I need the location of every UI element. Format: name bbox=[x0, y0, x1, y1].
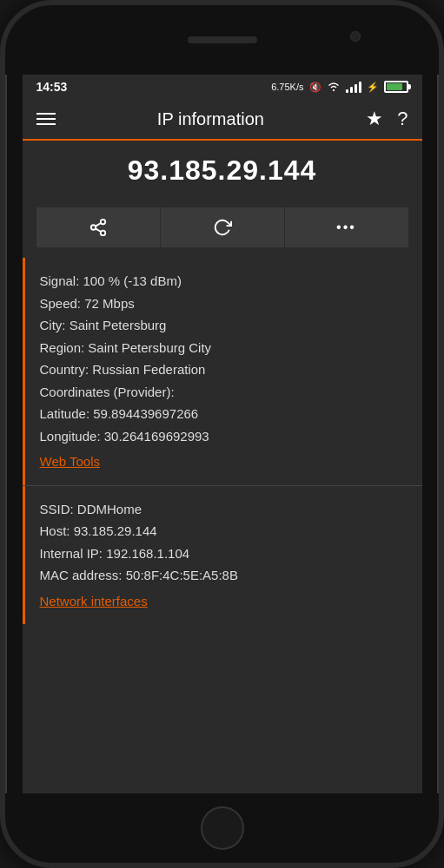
mac-info: MAC address: 50:8F:4C:5E:A5:8B bbox=[40, 564, 408, 587]
svg-line-4 bbox=[95, 223, 100, 227]
phone-device: 14:53 6.75K/s 🔇 ⚡ bbox=[0, 0, 444, 868]
app-bar: IP information ★ ? bbox=[23, 99, 422, 141]
home-button[interactable] bbox=[201, 806, 244, 850]
city-info: City: Saint Petersburg bbox=[40, 314, 408, 337]
refresh-button[interactable] bbox=[161, 207, 285, 247]
phone-screen: 14:53 6.75K/s 🔇 ⚡ bbox=[23, 75, 422, 793]
internal-ip-info: Internal IP: 192.168.1.104 bbox=[40, 542, 408, 565]
signal-bars bbox=[346, 81, 361, 93]
svg-point-2 bbox=[100, 231, 105, 236]
coordinates-label: Coordinates (Provider): bbox=[40, 381, 408, 404]
more-button[interactable]: ••• bbox=[285, 207, 408, 247]
ssid-info: SSID: DDMHome bbox=[40, 498, 408, 521]
battery-icon bbox=[384, 81, 408, 93]
share-button[interactable] bbox=[36, 207, 161, 247]
status-icons: 6.75K/s 🔇 ⚡ bbox=[271, 81, 408, 93]
battery-fill bbox=[387, 83, 403, 90]
app-title: IP information bbox=[157, 109, 264, 129]
host-info: Host: 93.185.29.144 bbox=[40, 520, 408, 542]
speed-info: Speed: 72 Mbps bbox=[40, 293, 408, 315]
phone-top bbox=[5, 5, 439, 75]
status-bar: 14:53 6.75K/s 🔇 ⚡ bbox=[23, 75, 422, 99]
ip-address[interactable]: 93.185.29.144 bbox=[36, 155, 408, 187]
svg-line-3 bbox=[95, 228, 100, 232]
connection-info-section: SSID: DDMHome Host: 93.185.29.144 Intern… bbox=[23, 486, 422, 625]
phone-bottom bbox=[5, 793, 439, 863]
camera bbox=[350, 31, 361, 42]
menu-line-1 bbox=[36, 113, 56, 115]
lightning-icon: ⚡ bbox=[367, 82, 379, 93]
svg-point-1 bbox=[90, 225, 96, 230]
action-buttons-bar: ••• bbox=[23, 201, 422, 258]
country-info: Country: Russian Federation bbox=[40, 358, 408, 381]
network-info-section: Signal: 100 % (-13 dBm) Speed: 72 Mbps C… bbox=[23, 258, 422, 485]
svg-point-0 bbox=[100, 220, 105, 225]
favorite-button[interactable]: ★ bbox=[366, 108, 383, 130]
region-info: Region: Saint Petersburg City bbox=[40, 337, 408, 359]
refresh-icon bbox=[213, 218, 232, 237]
more-dots-label: ••• bbox=[336, 220, 356, 235]
ip-display: 93.185.29.144 bbox=[23, 141, 422, 201]
network-interfaces-link[interactable]: Network interfaces bbox=[40, 590, 148, 613]
app-bar-actions: ★ ? bbox=[366, 108, 408, 130]
longitude-info: Longitude: 30.264169692993 bbox=[40, 425, 408, 448]
share-icon bbox=[89, 218, 108, 237]
menu-line-3 bbox=[36, 123, 56, 125]
status-time: 14:53 bbox=[36, 80, 68, 94]
wifi-icon bbox=[327, 82, 341, 92]
mute-icon: 🔇 bbox=[309, 82, 321, 93]
network-speed: 6.75K/s bbox=[271, 82, 303, 92]
menu-button[interactable] bbox=[36, 113, 56, 125]
help-button[interactable]: ? bbox=[397, 108, 408, 130]
speaker bbox=[188, 36, 257, 43]
web-tools-link[interactable]: Web Tools bbox=[40, 450, 101, 473]
menu-line-2 bbox=[36, 118, 56, 120]
signal-info: Signal: 100 % (-13 dBm) bbox=[40, 270, 408, 293]
latitude-info: Latitude: 59.894439697266 bbox=[40, 403, 408, 425]
